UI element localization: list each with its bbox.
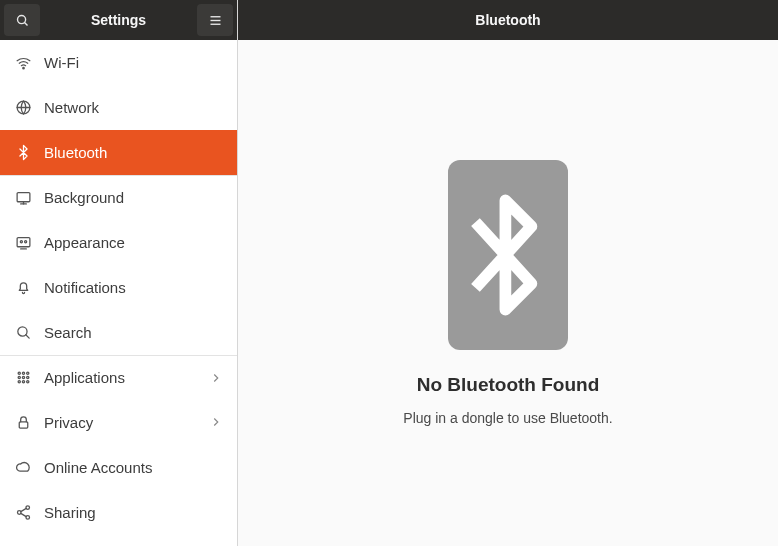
sharing-icon	[14, 503, 32, 521]
svg-line-1	[24, 22, 27, 25]
svg-rect-10	[17, 237, 30, 246]
sidebar-item-sharing[interactable]: Sharing	[0, 490, 237, 535]
sidebar-item-background[interactable]: Background	[0, 175, 237, 220]
bluetooth-icon	[14, 143, 32, 161]
svg-point-21	[26, 376, 28, 378]
chevron-right-icon	[209, 371, 223, 385]
svg-point-12	[24, 240, 26, 242]
background-icon	[14, 189, 32, 207]
sidebar-item-label: Wi-Fi	[44, 54, 79, 71]
hamburger-menu-button[interactable]	[197, 4, 233, 36]
sidebar-item-wifi[interactable]: Wi-Fi	[0, 40, 237, 85]
sidebar-item-label: Sharing	[44, 504, 96, 521]
hamburger-icon	[208, 13, 223, 28]
svg-point-16	[18, 372, 20, 374]
content-panel: Bluetooth No Bluetooth Found Plug in a d…	[238, 0, 778, 546]
sidebar-header: Settings	[0, 0, 237, 40]
svg-point-18	[26, 372, 28, 374]
svg-rect-25	[19, 421, 28, 427]
content-header: Bluetooth	[238, 0, 778, 40]
network-icon	[14, 98, 32, 116]
sidebar-item-appearance[interactable]: Appearance	[0, 220, 237, 265]
svg-line-15	[25, 334, 28, 337]
notifications-icon	[14, 278, 32, 296]
sidebar-item-applications[interactable]: Applications	[0, 355, 237, 400]
sidebar-item-network[interactable]: Network	[0, 85, 237, 130]
wifi-icon	[14, 53, 32, 71]
svg-point-0	[17, 15, 25, 23]
bluetooth-disabled-icon	[448, 160, 568, 350]
content-body: No Bluetooth Found Plug in a dongle to u…	[238, 40, 778, 546]
status-subtitle: Plug in a dongle to use Bluetooth.	[403, 410, 612, 426]
sidebar-item-bluetooth[interactable]: Bluetooth	[0, 130, 237, 175]
applications-icon	[14, 369, 32, 387]
status-title: No Bluetooth Found	[417, 374, 600, 396]
privacy-icon	[14, 413, 32, 431]
sidebar-item-label: Bluetooth	[44, 144, 107, 161]
sidebar-item-label: Online Accounts	[44, 459, 152, 476]
svg-point-19	[18, 376, 20, 378]
sidebar-item-label: Notifications	[44, 279, 126, 296]
svg-point-20	[22, 376, 24, 378]
sidebar-item-privacy[interactable]: Privacy	[0, 400, 237, 445]
svg-point-11	[20, 240, 22, 242]
content-title: Bluetooth	[475, 12, 540, 28]
sidebar-item-label: Applications	[44, 369, 125, 386]
svg-point-17	[22, 372, 24, 374]
sidebar-list: Wi-FiNetworkBluetoothBackgroundAppearanc…	[0, 40, 237, 546]
svg-line-30	[20, 513, 25, 516]
sidebar-title: Settings	[44, 12, 193, 28]
svg-point-24	[26, 381, 28, 383]
sidebar-item-notifications[interactable]: Notifications	[0, 265, 237, 310]
sidebar-item-label: Background	[44, 189, 124, 206]
sidebar-item-online-accounts[interactable]: Online Accounts	[0, 445, 237, 490]
sidebar-item-label: Privacy	[44, 414, 93, 431]
svg-point-22	[18, 381, 20, 383]
svg-line-29	[20, 508, 25, 511]
sidebar-item-label: Search	[44, 324, 92, 341]
svg-point-23	[22, 381, 24, 383]
search-icon	[15, 13, 30, 28]
appearance-icon	[14, 233, 32, 251]
search-button[interactable]	[4, 4, 40, 36]
search-icon	[14, 323, 32, 341]
sidebar-item-label: Network	[44, 99, 99, 116]
svg-point-5	[22, 67, 23, 68]
sidebar-item-label: Appearance	[44, 234, 125, 251]
online-accounts-icon	[14, 458, 32, 476]
chevron-right-icon	[209, 415, 223, 429]
sidebar: Settings Wi-FiNetworkBluetoothBackground…	[0, 0, 238, 546]
svg-rect-7	[17, 193, 30, 202]
sidebar-item-search[interactable]: Search	[0, 310, 237, 355]
